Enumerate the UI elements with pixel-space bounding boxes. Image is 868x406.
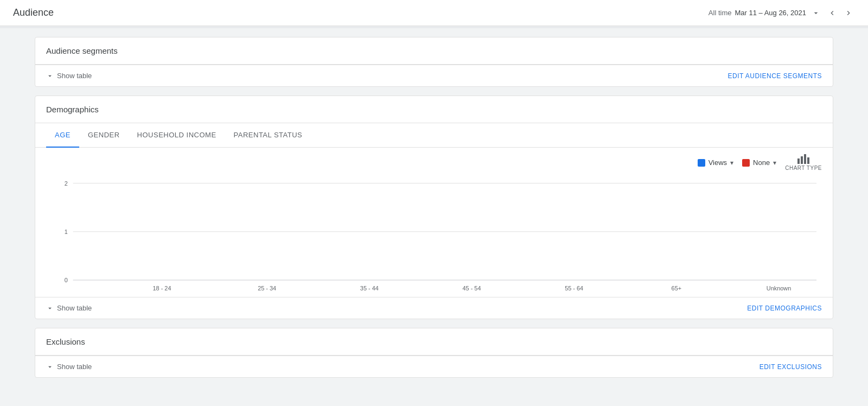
views-color-box [698, 159, 705, 167]
none-metric-selector[interactable]: None ▾ [742, 158, 776, 167]
views-label: Views [709, 158, 727, 167]
views-metric-selector[interactable]: Views ▾ [698, 158, 733, 167]
exclusions-header: Exclusions [35, 328, 833, 356]
page-header: Audience All time Mar 11 – Aug 26, 2021 [0, 0, 868, 26]
date-range: Mar 11 – Aug 26, 2021 [735, 9, 806, 17]
chart-area: 2 1 0 18 - 24 25 - 34 35 - 44 45 - 54 55… [35, 177, 833, 297]
svg-rect-1 [801, 156, 803, 164]
svg-text:18 - 24: 18 - 24 [153, 285, 171, 291]
demographics-title: Demographics [46, 105, 99, 114]
next-btn[interactable] [842, 7, 855, 20]
svg-text:35 - 44: 35 - 44 [360, 285, 379, 291]
exclusions-title: Exclusions [46, 337, 85, 346]
audience-segments-header: Audience segments [35, 37, 833, 65]
none-color-box [742, 159, 750, 167]
svg-text:55 - 64: 55 - 64 [565, 285, 583, 291]
chart-type-btn[interactable]: CHART TYPE [785, 154, 822, 171]
exclusions-footer: Show table EDIT EXCLUSIONS [35, 356, 833, 377]
exclusions-card: Exclusions Show table EDIT EXCLUSIONS [35, 328, 833, 378]
tab-gender[interactable]: GENDER [79, 123, 129, 148]
chevron-down-icon [46, 304, 54, 312]
svg-text:1: 1 [65, 229, 68, 235]
views-dropdown-arrow: ▾ [730, 159, 733, 167]
demographics-card: Demographics AGE GENDER HOUSEHOLD INCOME… [35, 96, 833, 319]
demographics-chart: 2 1 0 18 - 24 25 - 34 35 - 44 45 - 54 55… [46, 177, 822, 291]
chart-type-label: CHART TYPE [785, 165, 822, 171]
tab-parental-status[interactable]: PARENTAL STATUS [225, 123, 311, 148]
bar-chart-icon [797, 154, 809, 164]
demographics-tabs: AGE GENDER HOUSEHOLD INCOME PARENTAL STA… [35, 123, 833, 148]
svg-rect-3 [807, 157, 809, 164]
tab-household-income[interactable]: HOUSEHOLD INCOME [129, 123, 225, 148]
audience-segments-footer: Show table EDIT AUDIENCE SEGMENTS [35, 65, 833, 86]
chevron-down-icon [46, 363, 54, 371]
audience-segments-title: Audience segments [46, 46, 118, 55]
svg-text:2: 2 [65, 180, 68, 186]
svg-rect-0 [797, 158, 800, 164]
audience-segments-show-table-btn[interactable]: Show table [46, 72, 92, 80]
none-dropdown-arrow: ▾ [773, 159, 776, 167]
svg-text:0: 0 [65, 277, 68, 283]
date-dropdown-btn[interactable] [809, 7, 822, 20]
svg-rect-2 [804, 154, 806, 164]
edit-exclusions-btn[interactable]: EDIT EXCLUSIONS [760, 363, 822, 371]
demographics-footer: Show table EDIT DEMOGRAPHICS [35, 297, 833, 319]
svg-text:65+: 65+ [672, 285, 682, 291]
none-label: None [753, 158, 770, 167]
exclusions-show-table-btn[interactable]: Show table [46, 363, 92, 371]
date-label: All time [709, 9, 732, 17]
svg-text:25 - 34: 25 - 34 [258, 285, 276, 291]
chart-controls: Views ▾ None ▾ CHART TYPE [35, 148, 833, 177]
edit-audience-segments-btn[interactable]: EDIT AUDIENCE SEGMENTS [728, 72, 822, 80]
header-right: All time Mar 11 – Aug 26, 2021 [709, 7, 855, 20]
main-content: Audience segments Show table EDIT AUDIEN… [0, 28, 868, 386]
demographics-header: Demographics [35, 96, 833, 123]
tab-age[interactable]: AGE [46, 123, 79, 148]
chevron-down-icon [46, 72, 54, 80]
page-title: Audience [13, 7, 54, 18]
prev-btn[interactable] [826, 7, 839, 20]
audience-segments-card: Audience segments Show table EDIT AUDIEN… [35, 37, 833, 87]
svg-text:Unknown: Unknown [767, 285, 792, 291]
demographics-show-table-btn[interactable]: Show table [46, 304, 92, 312]
svg-text:45 - 54: 45 - 54 [463, 285, 481, 291]
edit-demographics-btn[interactable]: EDIT DEMOGRAPHICS [747, 304, 822, 312]
